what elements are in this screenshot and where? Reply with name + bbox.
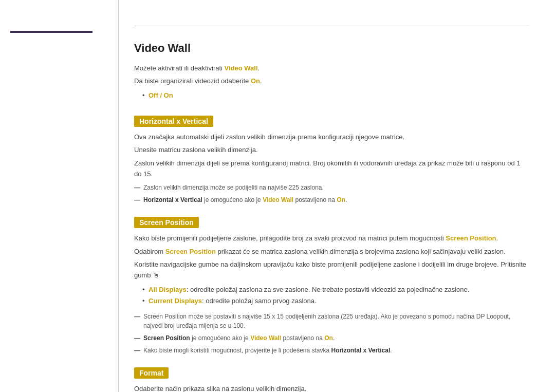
section2-note1: — Screen Position može se postaviti s na… [134,312,529,330]
sidebar [0,0,118,392]
section2-bullet2-post: : odredite položaj samo prvog zaslona. [202,297,317,305]
section2-note2-on: On [324,334,333,342]
section2-note3-content: Kako biste mogli koristiti mogućnost, pr… [143,346,392,355]
section1-note2-mid: je omogućeno ako je [202,196,263,203]
section1-body1: Ova značajka automatski dijeli zaslon ve… [134,132,529,143]
section2-bullet1-highlight: All Displays [149,286,187,293]
main-content: Video Wall Možete aktivirati ili deaktiv… [118,0,555,392]
section2-note1-text: Screen Position može se postaviti s najv… [143,312,529,330]
section1-body2: Unesite matricu zaslona velikih dimenzij… [134,145,529,156]
section2-body2-highlight: Screen Position [165,248,216,255]
bullet-off-on: Off / On [142,90,529,101]
section2-note3: — Kako biste mogli koristiti mogućnost, … [134,346,529,355]
note-dash3: — [134,312,140,321]
section2-note3-pre: Kako biste mogli koristiti mogućnost, pr… [143,347,331,354]
top-divider [134,26,529,26]
section2-bullet2-highlight: Current Displays [149,297,202,305]
note-dash5: — [134,346,140,355]
intro-highlight-on: On [251,77,260,85]
section1-heading: Horizontal x Vertical [134,116,213,127]
section3-heading: Format [134,367,169,379]
section2-bullet1: All Displays: odredite položaj zaslona z… [142,284,529,295]
section2-note2-dot: . [333,334,335,342]
page-title: Video Wall [134,42,529,55]
section1-note2-content: Horizontal x Vertical je omogućeno ako j… [143,195,347,204]
section2-body1-pre: Kako biste promijenili podijeljene zaslo… [134,234,446,242]
section2-bullet-list: All Displays: odredite položaj zaslona z… [142,284,529,307]
intro-bullet-list: Off / On [142,90,529,101]
section2-note2-pre: Screen Position [143,334,190,342]
page-wrapper: Video Wall Možete aktivirati ili deaktiv… [0,0,555,392]
section1-note2-post: postavljeno na [293,196,337,203]
section1-note2: — Horizontal x Vertical je omogućeno ako… [134,195,529,204]
section2-body2: Odabirom Screen Position prikazat će se … [134,247,529,257]
section2-body3-text: Koristite navigacijske gumbe na daljinsk… [134,260,526,279]
section2-note2-hw: Video Wall [250,334,281,342]
section1-note2-dot: . [345,196,347,203]
section1-note1-text: Zaslon velikih dimenzija može se podijel… [143,183,324,192]
section2-note3-highlight: Horizontal x Vertical [331,347,391,354]
section2-note2-post: postavljeno na [281,334,324,342]
section2-body1-highlight: Screen Position [446,234,496,242]
section2-heading: Screen Position [134,217,199,228]
intro-highlight-videowall: Video Wall [225,64,258,72]
section2-body1: Kako biste promijenili podijeljene zaslo… [134,233,529,244]
bullet-off-on-text: Off / On [149,91,173,99]
section2-note3-dot: . [390,347,392,354]
section1-note1: — Zaslon velikih dimenzija može se podij… [134,183,529,192]
section1-note2-pre: Horizontal x Vertical [143,196,202,203]
remote-icon: 🖱 [153,271,159,279]
section1-note2-hw: Video Wall [263,196,293,203]
note-dash: — [134,183,140,192]
intro-line-2: Da biste organizirali videozid odaberite… [134,76,529,87]
section2-note2: — Screen Position je omogućeno ako je Vi… [134,333,529,343]
note-dash2: — [134,195,140,204]
section1-note2-on: On [337,196,345,203]
section2-body1-post: . [496,234,498,242]
section2-bullet1-post: : odredite položaj zaslona za sve zaslon… [187,286,470,293]
section2-note2-content: Screen Position je omogućeno ako je Vide… [143,333,335,343]
section1-body3: Zaslon velikih dimenzija dijeli se prema… [134,158,529,180]
section2-body3: Koristite navigacijske gumbe na daljinsk… [134,259,529,281]
section2-body2-post: prikazat će se matrica zaslona velikih d… [216,248,506,255]
section2-bullet2: Current Displays: odredite položaj samo … [142,295,529,307]
section3-body1: Odaberite način prikaza slika na zaslonu… [134,384,529,392]
section2-note2-mid: je omogućeno ako je [190,334,250,342]
section2-body2-pre: Odabirom [134,248,165,255]
intro-line-1: Možete aktivirati ili deaktivirati Video… [134,63,529,74]
sidebar-bar [10,31,92,33]
note-dash4: — [134,333,140,343]
